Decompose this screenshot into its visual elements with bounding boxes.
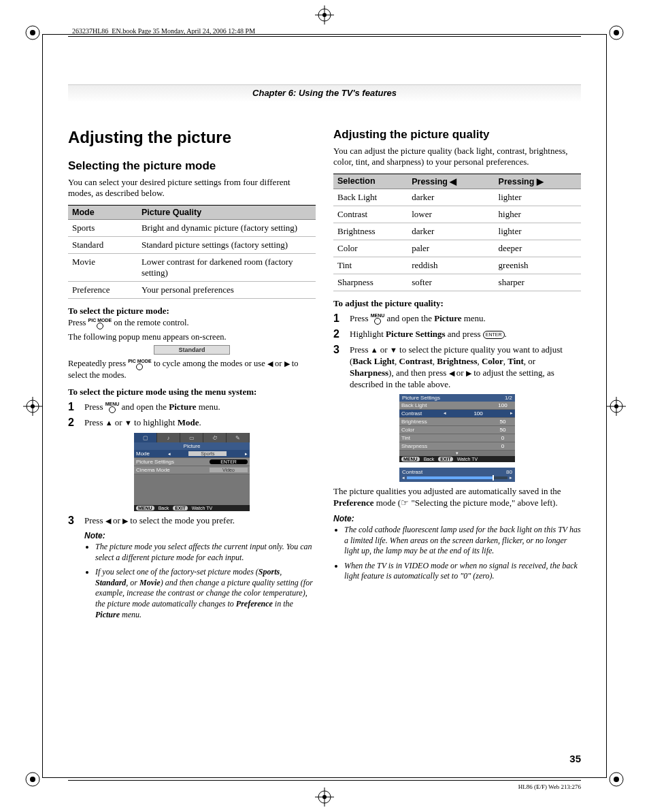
- footer-code: HL86 (E/F) Web 213:276: [518, 783, 581, 790]
- repeat-press-line: Repeatedly press PIC MODE to cycle among…: [68, 359, 316, 381]
- right-arrow-icon: ▶: [284, 360, 290, 368]
- note-head: Note:: [333, 514, 581, 523]
- down-arrow-icon: ▼: [124, 419, 132, 427]
- note-item: The picture mode you select affects the …: [95, 542, 316, 563]
- crosshair-icon: [23, 397, 42, 416]
- to-adjust-head: To adjust the picture quality:: [333, 298, 581, 309]
- tab-picture-icon: ▢: [134, 433, 157, 442]
- step-1: Press MENU and open the Picture menu.: [68, 402, 316, 414]
- bottom-rule: [68, 780, 581, 781]
- osd-row: Tint0: [399, 434, 515, 442]
- svg-point-19: [322, 13, 327, 17]
- q-th-left: Pressing ◀: [407, 174, 494, 189]
- osd-picture-menu: ▢ ♪ ▭ ⏱ ✎ Picture Mode◂Sports▸ Picture S…: [134, 433, 250, 511]
- osd-title: Picture: [134, 442, 250, 450]
- osd-row-mode: Mode◂Sports▸: [134, 450, 250, 458]
- osd-footer: MENUBack EXITWatch TV: [134, 505, 250, 511]
- quality-steps: Press MENU and open the Picture menu. Hi…: [333, 313, 581, 391]
- svg-point-11: [31, 404, 35, 408]
- to-select-mode-head: To select the picture mode:: [68, 306, 316, 316]
- left-arrow-icon: ◀: [449, 369, 454, 377]
- osd-row: Contrast◂100▸: [399, 410, 515, 418]
- press-picmode-line: Press PIC MODE on the remote control.: [68, 318, 316, 329]
- popup-line: The following popup menu appears on-scre…: [68, 332, 316, 343]
- osd-row-cinema: Cinema ModeVideo: [134, 466, 250, 474]
- note-item: The cold cathode fluorescent lamp used f…: [344, 525, 581, 557]
- note-item: When the TV is in VIDEO mode or when no …: [344, 561, 581, 582]
- svg-point-15: [614, 404, 618, 408]
- tab-icon: ✎: [227, 433, 250, 442]
- heading-selecting-mode: Selecting the picture mode: [68, 159, 316, 173]
- reg-mark-icon: [607, 770, 626, 789]
- right-arrow-icon: ▶: [122, 517, 128, 525]
- osd-picture-settings: Picture Settings1/2 Back Light100 Contra…: [399, 394, 515, 482]
- chapter-title: Chapter 6: Using the TV's features: [68, 84, 581, 102]
- quality-table: Selection Pressing ◀ Pressing ▶ Back Lig…: [333, 174, 581, 291]
- osd-slider: Contrast80 ◂▸: [399, 468, 515, 482]
- build-header: 263237HL86_EN.book Page 35 Monday, April…: [72, 27, 601, 35]
- osd-footer: MENUBack EXITWatch TV: [399, 456, 515, 462]
- right-column: Adjusting the picture quality You can ad…: [333, 123, 581, 624]
- q-th-sel: Selection: [333, 174, 407, 189]
- menu-button-icon: MENU: [105, 402, 120, 413]
- svg-point-1: [30, 30, 35, 35]
- osd-row: Brightness50: [399, 418, 515, 426]
- table-row: Colorpalerdeeper: [333, 240, 581, 257]
- table-row: StandardStandard picture settings (facto…: [68, 236, 316, 253]
- note-item: If you select one of the factory-set pic…: [95, 567, 316, 620]
- reg-mark-icon: [23, 770, 42, 789]
- table-row: Brightnessdarkerlighter: [333, 223, 581, 240]
- step-2: Press ▲ or ▼ to highlight Mode.: [68, 417, 316, 429]
- left-arrow-icon: ◀: [105, 517, 111, 525]
- crosshair-icon: [315, 5, 334, 25]
- crosshair-icon: [607, 397, 626, 416]
- osd-row: Sharpness0: [399, 442, 515, 451]
- steps-list-cont: Press ◀ or ▶ to select the mode you pref…: [68, 515, 316, 527]
- picmode-button-icon: PIC MODE: [88, 318, 112, 329]
- tab-icon: ♪: [157, 433, 180, 442]
- svg-point-23: [322, 795, 327, 799]
- reg-mark-icon: [23, 23, 42, 42]
- right-arrow-icon: ▶: [466, 369, 471, 377]
- picmode-button-icon: PIC MODE: [128, 359, 152, 370]
- table-row: PreferenceYour personal preferences: [68, 281, 316, 298]
- q-th-right: Pressing ▶: [495, 174, 581, 189]
- down-arrow-icon: ▼: [390, 346, 397, 354]
- top-rule: [68, 36, 581, 37]
- svg-point-5: [30, 777, 35, 782]
- tab-icon: ▭: [180, 433, 203, 442]
- page: 263237HL86_EN.book Page 35 Monday, April…: [0, 0, 649, 812]
- menu-system-head: To select the picture mode using the men…: [68, 387, 316, 397]
- up-arrow-icon: ▲: [371, 346, 378, 354]
- tab-icon: ⏱: [203, 433, 227, 442]
- enter-button-icon: ENTER: [483, 331, 505, 338]
- quality-intro: You can adjust the picture quality (back…: [333, 146, 581, 168]
- step-3: Press ◀ or ▶ to select the mode you pref…: [68, 515, 316, 527]
- left-column: Adjusting the picture Selecting the pict…: [68, 123, 316, 624]
- svg-point-7: [614, 777, 619, 782]
- note-list: The picture mode you select affects the …: [84, 542, 316, 620]
- step-1: Press MENU and open the Picture menu.: [333, 313, 581, 325]
- heading-adjusting-picture: Adjusting the picture: [68, 128, 316, 147]
- autosave-text: The picture qualities you adjusted are a…: [333, 486, 581, 508]
- reg-mark-icon: [607, 23, 626, 42]
- osd-row: Back Light100: [399, 402, 515, 410]
- popup-standard: Standard: [154, 345, 230, 355]
- table-row: SportsBright and dynamic picture (factor…: [68, 219, 316, 236]
- steps-list: Press MENU and open the Picture menu. Pr…: [68, 402, 316, 429]
- heading-adjust-quality: Adjusting the picture quality: [333, 128, 581, 142]
- table-row: Sharpnesssoftersharper: [333, 274, 581, 291]
- step-2: Highlight Picture Settings and press ENT…: [333, 329, 581, 340]
- crosshair-icon: [315, 787, 334, 807]
- left-arrow-icon: ◀: [267, 360, 273, 368]
- mode-table: Mode Picture Quality SportsBright and dy…: [68, 205, 316, 299]
- up-arrow-icon: ▲: [105, 419, 113, 427]
- note-head: Note:: [84, 531, 316, 540]
- step-3: Press ▲ or ▼ to select the picture quali…: [333, 344, 581, 391]
- table-row: Back Lightdarkerlighter: [333, 189, 581, 206]
- note-list: The cold cathode fluorescent lamp used f…: [333, 525, 581, 582]
- page-number: 35: [569, 753, 581, 764]
- osd-row: Color50: [399, 426, 515, 434]
- mode-th-mode: Mode: [68, 205, 137, 219]
- menu-button-icon: MENU: [371, 313, 385, 325]
